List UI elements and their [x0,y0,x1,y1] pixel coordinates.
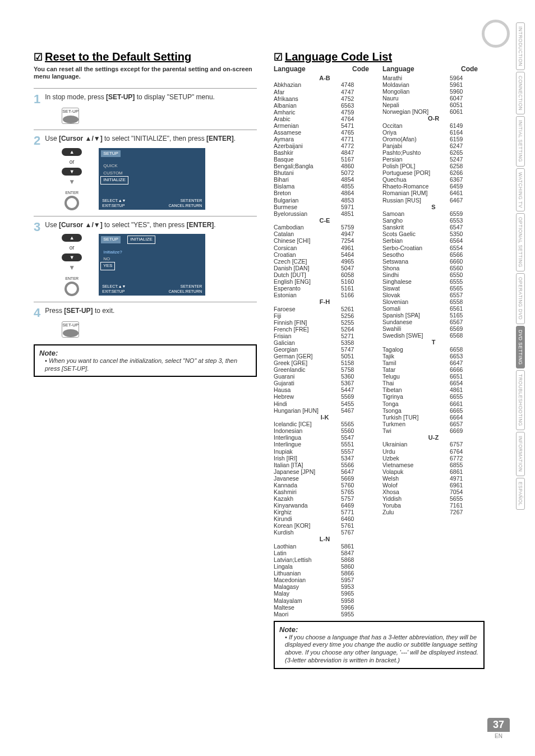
lang-code: 4765 [341,129,363,136]
lang-row: Tagalog6658 [382,346,485,353]
lang-row: Maltese5966 [274,604,376,611]
note-title: Note: [39,349,251,357]
lang-code: 4947 [341,231,363,237]
lang-code: 7254 [341,237,363,244]
lang-row: Sanskrit6547 [382,224,485,231]
lang-name: Wolof [382,482,450,488]
lang-row: Setswana6660 [382,258,485,265]
lang-row: Latvian;Lettish5868 [274,556,376,563]
lang-row: Irish [IRI]5347 [274,455,376,462]
lang-code: 4861 [450,386,472,393]
lang-name: Hungarian [HUN] [274,407,341,414]
side-tab[interactable]: OPTIONAL SETTING [516,213,525,271]
menu-tag: INITIALIZE [128,236,155,243]
lang-row: Frisian5271 [274,333,376,339]
down-icon: ▼ [62,253,82,261]
lang-row: Zulu7267 [382,509,485,515]
lang-code: 4961 [341,245,363,251]
lang-name: Chinese [CHI] [274,237,341,244]
t: [Cursor ▲/▼] [59,221,103,229]
lang-name: Latin [274,550,341,556]
lang-name: Singhalese [382,278,450,285]
lang-row: Urdu6764 [382,448,485,455]
lang-name: Serbo-Croatian [382,245,450,251]
reset-title: Reset to the Default Setting [34,50,257,63]
lang-code: 4965 [341,258,363,265]
lang-name: Samoan [382,210,450,217]
lang-row: Bhutani5072 [274,169,376,176]
note-title: Note: [279,625,479,634]
lang-code: 6665 [450,407,472,414]
lang-code: 4759 [341,109,363,116]
lang-name: Xhosa [382,488,450,495]
lang-name: Afrikaans [274,95,341,102]
lang-name: Tsonga [382,407,450,414]
lang-row: Gujarati5367 [274,380,376,386]
lang-code: 6051 [450,102,472,108]
lang-row: Kashmiri5765 [274,488,376,495]
lang-row: Italian [ITA]5566 [274,462,376,468]
side-tab[interactable]: INITIAL SETTING [516,116,525,166]
lang-row: English [ENG]5160 [274,278,376,285]
lang-name: Turkmen [382,421,450,427]
t: EXIT:SETUP [102,289,124,293]
lang-code: 4854 [341,176,363,183]
side-tab[interactable]: WATCHING TV [516,168,525,212]
lang-row: Chinese [CHI]7254 [274,237,376,244]
side-tab[interactable]: OPERATING DVD [516,273,525,324]
lang-name: Kirghiz [274,509,341,515]
lang-name: Sanskrit [382,224,450,231]
lang-code: 5761 [341,522,363,529]
lang-code: 6461 [450,190,472,196]
side-tab[interactable]: INTRODUCTION [516,22,525,70]
lang-name: Aymara [274,136,341,142]
lang-code: 6565 [450,285,472,292]
down-icon: ▼ [62,168,82,176]
lang-row: Samoan6559 [382,210,485,217]
t: [SET-UP] [64,307,93,315]
lang-code: 7161 [450,502,472,509]
lang-name: Bengali;Bangla [274,163,341,169]
lang-code: 6266 [450,169,472,176]
lang-code: 6164 [450,129,472,136]
side-tab[interactable]: TROUBLESHOOTING [516,370,525,430]
lang-name: Finnish [FIN] [274,319,341,326]
lang-name: Malagasy [274,583,341,590]
lang-code: 6757 [450,441,472,448]
note-text: • When you want to cancel the initializa… [45,357,251,373]
lang-row: French [FRE]5264 [274,326,376,333]
t: Use [45,135,59,142]
lang-name: Nauru [382,95,450,102]
lang-name: Tajik [382,353,450,359]
lang-code: 5765 [341,488,363,495]
lang-row: Azerbaijani4772 [274,142,376,149]
lang-code: 6554 [450,245,472,251]
lang-name: Slovenian [382,298,450,305]
lang-group-header: A-B [274,75,376,82]
lang-group-header: C-E [274,217,376,224]
lang-code: 5955 [341,611,363,617]
right-column: Language Code List Language Code A-BAbkh… [274,50,485,669]
side-tab[interactable]: ESPAÑOL [516,478,525,510]
lang-code: 5557 [341,448,363,455]
lang-name: Byelorussian [274,210,341,217]
side-tab[interactable]: DVD SETTING [516,326,525,369]
lang-name: Corsican [274,245,341,251]
col-header-code: Code [461,66,485,73]
lang-row: German [GER]5051 [274,353,376,359]
lang-name: Setswana [382,258,450,265]
lang-name: Arabic [274,116,341,122]
lang-code: 6660 [450,258,472,265]
lang-row: Galician5358 [274,339,376,346]
lang-row: Guarani5360 [274,373,376,380]
lang-name: Azerbaijani [274,142,341,149]
lang-name: Cambodian [274,224,341,231]
page-number: 37 EN [487,718,510,739]
lang-code: 4747 [341,89,363,95]
step-text: Use [Cursor ▲/▼] to select "INITIALIZE",… [45,135,257,210]
en-label: EN [487,733,510,739]
side-tab[interactable]: INFORMATION [516,432,525,476]
lang-name: Lingala [274,563,341,570]
lang-code: 6861 [450,468,472,475]
side-tab[interactable]: CONNECTION [516,72,525,114]
